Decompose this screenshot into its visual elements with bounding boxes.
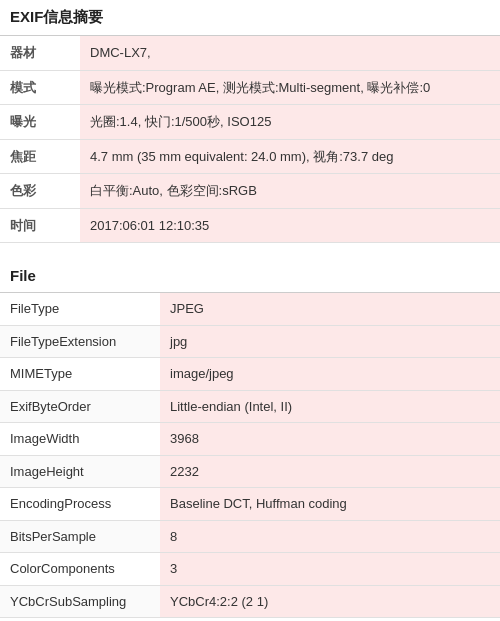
table-row: BitsPerSample8 (0, 520, 500, 553)
exif-section: EXIF信息摘要 器材DMC-LX7,模式曝光模式:Program AE, 测光… (0, 0, 500, 243)
table-row: 曝光光圈:1.4, 快门:1/500秒, ISO125 (0, 105, 500, 140)
file-label: EncodingProcess (0, 488, 160, 521)
exif-table: 器材DMC-LX7,模式曝光模式:Program AE, 测光模式:Multi-… (0, 36, 500, 243)
exif-value: 白平衡:Auto, 色彩空间:sRGB (80, 174, 500, 209)
file-value: jpg (160, 325, 500, 358)
exif-label: 器材 (0, 36, 80, 70)
table-row: ColorComponents3 (0, 553, 500, 586)
exif-value: DMC-LX7, (80, 36, 500, 70)
table-row: 器材DMC-LX7, (0, 36, 500, 70)
file-label: BitsPerSample (0, 520, 160, 553)
table-row: FileTypeExtensionjpg (0, 325, 500, 358)
file-value: 3968 (160, 423, 500, 456)
file-label: MIMEType (0, 358, 160, 391)
file-value: Baseline DCT, Huffman coding (160, 488, 500, 521)
exif-section-title: EXIF信息摘要 (0, 0, 500, 36)
table-row: 焦距4.7 mm (35 mm equivalent: 24.0 mm), 视角… (0, 139, 500, 174)
table-row: EncodingProcessBaseline DCT, Huffman cod… (0, 488, 500, 521)
file-value: 2232 (160, 455, 500, 488)
file-value: JPEG (160, 293, 500, 325)
exif-value: 曝光模式:Program AE, 测光模式:Multi-segment, 曝光补… (80, 70, 500, 105)
table-row: 时间2017:06:01 12:10:35 (0, 208, 500, 243)
exif-label: 曝光 (0, 105, 80, 140)
table-row: ImageWidth3968 (0, 423, 500, 456)
file-value: Little-endian (Intel, II) (160, 390, 500, 423)
exif-label: 时间 (0, 208, 80, 243)
file-label: FileTypeExtension (0, 325, 160, 358)
exif-label: 模式 (0, 70, 80, 105)
file-value: 3 (160, 553, 500, 586)
file-label: ColorComponents (0, 553, 160, 586)
table-row: FileTypeJPEG (0, 293, 500, 325)
exif-value: 2017:06:01 12:10:35 (80, 208, 500, 243)
exif-value: 4.7 mm (35 mm equivalent: 24.0 mm), 视角:7… (80, 139, 500, 174)
exif-label: 焦距 (0, 139, 80, 174)
file-section-title: File (0, 259, 500, 293)
table-row: 色彩白平衡:Auto, 色彩空间:sRGB (0, 174, 500, 209)
file-label: FileType (0, 293, 160, 325)
exif-label: 色彩 (0, 174, 80, 209)
file-label: ImageHeight (0, 455, 160, 488)
file-value: image/jpeg (160, 358, 500, 391)
table-row: ExifByteOrderLittle-endian (Intel, II) (0, 390, 500, 423)
file-label: ImageWidth (0, 423, 160, 456)
table-row: MIMETypeimage/jpeg (0, 358, 500, 391)
file-label: YCbCrSubSampling (0, 585, 160, 618)
file-section: File FileTypeJPEGFileTypeExtensionjpgMIM… (0, 259, 500, 618)
table-row: ImageHeight2232 (0, 455, 500, 488)
file-value: YCbCr4:2:2 (2 1) (160, 585, 500, 618)
file-table: FileTypeJPEGFileTypeExtensionjpgMIMEType… (0, 293, 500, 618)
exif-value: 光圈:1.4, 快门:1/500秒, ISO125 (80, 105, 500, 140)
file-value: 8 (160, 520, 500, 553)
file-label: ExifByteOrder (0, 390, 160, 423)
table-row: YCbCrSubSamplingYCbCr4:2:2 (2 1) (0, 585, 500, 618)
table-row: 模式曝光模式:Program AE, 测光模式:Multi-segment, 曝… (0, 70, 500, 105)
